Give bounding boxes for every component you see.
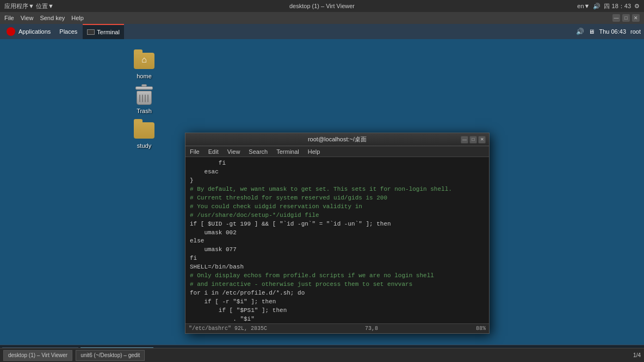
code-line-0: fi bbox=[190, 159, 485, 168]
house-icon: ⌂ bbox=[141, 55, 147, 65]
code-line-9: umask 002 bbox=[190, 229, 485, 238]
term-menu-search[interactable]: Search bbox=[246, 148, 270, 155]
host-taskbar-item-2-label: unit6 (~/Desktop) – gedit bbox=[81, 352, 140, 358]
code-line-2: } bbox=[190, 177, 485, 185]
code-line-16: # and interactive - otherwise just proce… bbox=[190, 280, 485, 289]
guest-speaker-icon[interactable]: 🔊 bbox=[576, 28, 584, 35]
guest-time: Thu 06:43 bbox=[599, 28, 626, 35]
fedora-icon bbox=[7, 27, 15, 36]
guest-panel-left[interactable]: Applications Places Terminal bbox=[3, 24, 124, 39]
trash-icon-label: Trash bbox=[137, 108, 152, 114]
terminal-window-buttons[interactable]: — □ ✕ bbox=[461, 136, 486, 143]
terminal-window-title: root@localhost:~/桌面 bbox=[214, 135, 461, 143]
terminal-close-button[interactable]: ✕ bbox=[478, 136, 486, 143]
statusbar-position: 73,8 bbox=[365, 326, 378, 332]
trash-line-4 bbox=[147, 95, 148, 102]
term-menu-file[interactable]: File bbox=[188, 148, 202, 155]
host-topbar-right: en▼ 🔊 四 18：43 ⚙ bbox=[577, 2, 640, 10]
code-line-15: # Only display echos from profile.d scri… bbox=[190, 272, 485, 280]
trash-image bbox=[133, 85, 155, 107]
host-pager: 1/4 bbox=[633, 352, 641, 358]
guest-terminal-task[interactable]: Terminal bbox=[83, 24, 124, 39]
host-lang[interactable]: en▼ bbox=[577, 3, 590, 9]
trash-line-1 bbox=[139, 95, 140, 102]
statusbar-file-info: "/etc/bashrc" 92L, 2835C bbox=[189, 326, 267, 332]
virt-viewer-window-title: desktop (1) – Virt Viewer bbox=[289, 3, 355, 9]
code-line-11: umask 077 bbox=[190, 246, 485, 254]
host-topbar-left: 应用程序▼ 位置▼ bbox=[4, 2, 54, 10]
study-folder-icon bbox=[134, 122, 154, 139]
guest-panel-right: 🔊 🖥 Thu 06:43 root bbox=[576, 28, 641, 35]
menu-help[interactable]: Help bbox=[71, 15, 84, 21]
virt-viewer-controls[interactable]: — □ ✕ bbox=[612, 14, 640, 22]
host-settings-icon[interactable]: ⚙ bbox=[634, 3, 640, 10]
guest-user: root bbox=[630, 28, 641, 35]
terminal-minimize-button[interactable]: — bbox=[461, 136, 468, 143]
guest-terminal-label[interactable]: Terminal bbox=[97, 29, 120, 35]
code-line-20: . "$i" bbox=[190, 315, 485, 323]
terminal-maximize-button[interactable]: □ bbox=[469, 136, 477, 143]
desktop-icon-study[interactable]: study bbox=[125, 120, 163, 149]
host-apps-label[interactable]: 应用程序▼ 位置▼ bbox=[4, 2, 54, 10]
host-speaker-icon: 🔊 bbox=[593, 3, 600, 10]
code-line-6: # You could check uidgid reservation val… bbox=[190, 203, 485, 211]
trash-line-3 bbox=[145, 95, 146, 102]
trash-body bbox=[137, 91, 152, 105]
desktop-icon-home[interactable]: ⌂ home bbox=[125, 50, 163, 79]
win-close-button[interactable]: ✕ bbox=[632, 14, 640, 22]
trash-lines bbox=[139, 95, 148, 102]
home-icon-label: home bbox=[137, 73, 152, 79]
guest-panel: Applications Places Terminal 🔊 🖥 Thu 06:… bbox=[0, 24, 644, 39]
code-line-7: # /usr/share/doc/setup-*/uidgid file bbox=[190, 211, 485, 220]
code-line-5: # Current threshold for system reserved … bbox=[190, 194, 485, 203]
guest-apps-menu[interactable]: Applications bbox=[3, 26, 54, 37]
guest-places-label[interactable]: Places bbox=[59, 28, 77, 35]
code-line-8: if [ $UID -gt 199 ] && [ "`id -gn`" = "`… bbox=[190, 220, 485, 229]
virt-viewer-menubar: File View Send key Help — □ ✕ bbox=[0, 12, 644, 24]
menu-file[interactable]: File bbox=[4, 15, 14, 21]
code-line-4: # By default, we want umask to get set. … bbox=[190, 185, 485, 194]
home-folder-image: ⌂ bbox=[133, 50, 155, 72]
code-line-12: fi bbox=[190, 254, 485, 263]
terminal-titlebar: root@localhost:~/桌面 — □ ✕ bbox=[185, 133, 489, 146]
host-taskbar-item-2[interactable]: unit6 (~/Desktop) – gedit bbox=[76, 350, 145, 361]
term-menu-view[interactable]: View bbox=[225, 148, 243, 155]
desktop-icons-area: ⌂ home bbox=[125, 39, 163, 160]
statusbar-percent: 88% bbox=[476, 326, 486, 332]
menu-view[interactable]: View bbox=[21, 15, 34, 21]
guest-apps-label[interactable]: Applications bbox=[18, 28, 51, 35]
trash-lid bbox=[135, 86, 153, 90]
code-line-14: SHELL=/bin/bash bbox=[190, 263, 485, 272]
win-maximize-button[interactable]: □ bbox=[622, 14, 630, 22]
term-menu-terminal[interactable]: Terminal bbox=[274, 148, 301, 155]
host-bar-right: 1/4 bbox=[633, 352, 641, 358]
desktop-icon-trash[interactable]: Trash bbox=[125, 85, 163, 114]
term-menu-edit[interactable]: Edit bbox=[206, 148, 221, 155]
code-line-19: if [ "$PS1" ]; then bbox=[190, 307, 485, 315]
study-icon-label: study bbox=[137, 142, 151, 149]
win-minimize-button[interactable]: — bbox=[612, 14, 620, 22]
guest-desktop: Applications Places Terminal 🔊 🖥 Thu 06:… bbox=[0, 24, 644, 362]
guest-places-menu[interactable]: Places bbox=[56, 27, 81, 36]
host-time: 四 18：43 bbox=[604, 2, 631, 10]
home-folder-icon: ⌂ bbox=[134, 53, 154, 69]
terminal-menubar[interactable]: File Edit View Search Terminal Help bbox=[185, 146, 489, 157]
study-folder-image bbox=[133, 120, 155, 141]
host-taskbar-item-1[interactable]: desktop (1) – Virt Viewer bbox=[3, 350, 72, 361]
terminal-window[interactable]: root@localhost:~/桌面 — □ ✕ File Edit View… bbox=[185, 133, 490, 334]
menu-sendkey[interactable]: Send key bbox=[40, 15, 65, 21]
trash-line-2 bbox=[142, 95, 143, 102]
code-line-1: esac bbox=[190, 168, 485, 177]
guest-battery-icon: 🖥 bbox=[589, 28, 595, 35]
code-line-17: for i in /etc/profile.d/*.sh; do bbox=[190, 289, 485, 298]
trash-icon bbox=[137, 86, 152, 105]
host-bottombar: desktop (1) – Virt Viewer unit6 (~/Deskt… bbox=[0, 348, 644, 362]
host-taskbar-item-1-label: desktop (1) – Virt Viewer bbox=[8, 352, 67, 358]
code-line-10: else bbox=[190, 237, 485, 246]
terminal-statusbar: "/etc/bashrc" 92L, 2835C 73,8 88% bbox=[185, 323, 489, 333]
term-menu-help[interactable]: Help bbox=[306, 148, 323, 155]
host-topbar: 应用程序▼ 位置▼ desktop (1) – Virt Viewer en▼ … bbox=[0, 0, 644, 12]
virt-viewer-menu[interactable]: File View Send key Help bbox=[4, 15, 84, 21]
terminal-content[interactable]: fi esac}# By default, we want umask to g… bbox=[185, 157, 489, 323]
terminal-small-icon bbox=[87, 29, 95, 35]
